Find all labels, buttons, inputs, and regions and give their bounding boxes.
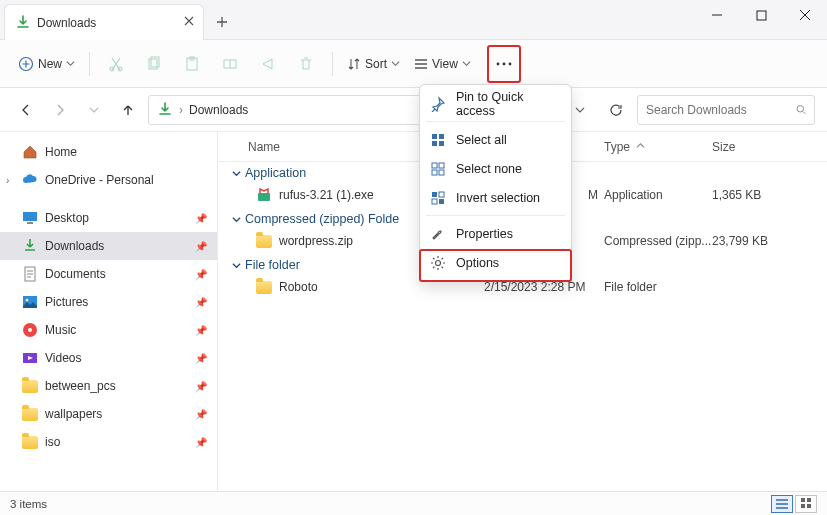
nav-home[interactable]: Home — [0, 138, 217, 166]
menu-select-none[interactable]: Select none — [420, 154, 571, 183]
menu-properties[interactable]: Properties — [420, 219, 571, 248]
back-button[interactable] — [12, 96, 40, 124]
nav-between-pcs[interactable]: between_pcs📌 — [0, 372, 217, 400]
recent-button[interactable] — [80, 96, 108, 124]
nav-videos[interactable]: Videos📌 — [0, 344, 217, 372]
toolbar: New Sort View — [0, 40, 827, 88]
new-label: New — [38, 57, 62, 71]
svg-rect-29 — [439, 170, 444, 175]
rename-button[interactable] — [212, 47, 248, 81]
download-icon — [157, 102, 173, 118]
select-none-icon — [430, 161, 446, 177]
folder-icon — [22, 380, 38, 393]
svg-rect-25 — [439, 141, 444, 146]
forward-button[interactable] — [46, 96, 74, 124]
nav-pictures[interactable]: Pictures📌 — [0, 288, 217, 316]
view-button[interactable]: View — [408, 47, 477, 81]
more-button[interactable] — [489, 47, 519, 81]
svg-rect-38 — [807, 504, 811, 508]
chevron-down-icon — [66, 59, 75, 68]
status-bar: 3 items — [0, 491, 827, 515]
tab-downloads[interactable]: Downloads — [4, 4, 204, 40]
copy-button[interactable] — [136, 47, 172, 81]
document-icon — [22, 266, 38, 282]
view-label: View — [432, 57, 458, 71]
nav-wallpapers[interactable]: wallpapers📌 — [0, 400, 217, 428]
pin-icon: 📌 — [195, 325, 207, 336]
column-type[interactable]: Type — [604, 140, 712, 154]
search-icon — [796, 103, 806, 116]
tab-title: Downloads — [37, 16, 96, 30]
svg-point-34 — [436, 260, 441, 265]
menu-options[interactable]: Options — [420, 248, 571, 277]
nav-iso[interactable]: iso📌 — [0, 428, 217, 456]
pin-icon: 📌 — [195, 297, 207, 308]
pin-icon: 📌 — [195, 381, 207, 392]
chevron-down-icon — [232, 215, 241, 224]
sort-button[interactable]: Sort — [341, 47, 406, 81]
menu-select-all[interactable]: Select all — [420, 125, 571, 154]
pin-icon — [430, 96, 446, 112]
search-input[interactable] — [646, 103, 796, 117]
svg-rect-27 — [439, 163, 444, 168]
more-menu: Pin to Quick access Select all Select no… — [419, 84, 572, 282]
zip-icon — [256, 235, 272, 248]
pin-icon: 📌 — [195, 213, 207, 224]
pin-icon: 📌 — [195, 241, 207, 252]
minimize-button[interactable] — [695, 0, 739, 30]
chevron-down-icon — [391, 59, 400, 68]
svg-rect-30 — [432, 192, 437, 197]
column-size[interactable]: Size — [712, 140, 827, 154]
nav-downloads[interactable]: Downloads📌 — [0, 232, 217, 260]
maximize-button[interactable] — [739, 0, 783, 30]
chevron-right-icon: › — [179, 103, 183, 117]
refresh-button[interactable] — [601, 96, 631, 124]
chevron-down-icon — [232, 261, 241, 270]
search-box[interactable] — [637, 95, 815, 125]
pin-icon: 📌 — [195, 437, 207, 448]
home-icon — [22, 144, 38, 160]
new-tab-button[interactable] — [204, 4, 240, 40]
download-icon — [15, 15, 31, 31]
share-button[interactable] — [250, 47, 286, 81]
svg-rect-26 — [432, 163, 437, 168]
up-button[interactable] — [114, 96, 142, 124]
nav-desktop[interactable]: Desktop📌 — [0, 204, 217, 232]
pin-icon: 📌 — [195, 409, 207, 420]
titlebar: Downloads — [0, 0, 827, 40]
paste-button[interactable] — [174, 47, 210, 81]
menu-invert-selection[interactable]: Invert selection — [420, 183, 571, 212]
svg-point-11 — [508, 62, 511, 65]
svg-rect-37 — [801, 504, 805, 508]
nav-documents[interactable]: Documents📌 — [0, 260, 217, 288]
nav-row: › Downloads — [0, 88, 827, 132]
svg-rect-32 — [432, 199, 437, 204]
videos-icon — [22, 350, 38, 366]
new-button[interactable]: New — [12, 47, 81, 81]
svg-point-10 — [502, 62, 505, 65]
invert-icon — [430, 190, 446, 206]
close-tab-icon[interactable] — [183, 15, 195, 30]
nav-music[interactable]: Music📌 — [0, 316, 217, 344]
svg-rect-0 — [757, 11, 766, 20]
svg-rect-28 — [432, 170, 437, 175]
details-view-button[interactable] — [771, 495, 793, 513]
close-window-button[interactable] — [783, 0, 827, 30]
delete-button[interactable] — [288, 47, 324, 81]
nav-onedrive[interactable]: › OneDrive - Personal — [0, 166, 217, 194]
chevron-right-icon[interactable]: › — [6, 175, 9, 186]
svg-point-17 — [26, 299, 29, 302]
pin-icon: 📌 — [195, 353, 207, 364]
breadcrumb-current[interactable]: Downloads — [189, 103, 248, 117]
thumbnails-view-button[interactable] — [795, 495, 817, 513]
sort-label: Sort — [365, 57, 387, 71]
menu-pin-quick-access[interactable]: Pin to Quick access — [420, 89, 571, 118]
pin-icon: 📌 — [195, 269, 207, 280]
svg-rect-21 — [258, 193, 270, 201]
folder-icon — [22, 408, 38, 421]
cut-button[interactable] — [98, 47, 134, 81]
pictures-icon — [22, 294, 38, 310]
folder-icon — [22, 436, 38, 449]
svg-rect-33 — [439, 199, 444, 204]
navigation-pane: Home › OneDrive - Personal Desktop📌 Down… — [0, 132, 218, 491]
